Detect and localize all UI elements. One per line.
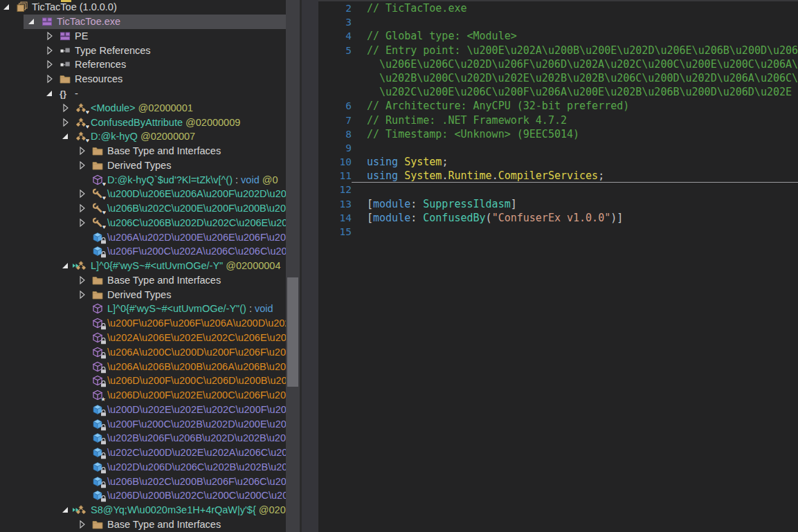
tree-node[interactable]: \u202C\u200D\u202E\u202A\u206C\u200F	[0, 446, 286, 460]
tree-node[interactable]: ♥<Module> @02000001	[0, 100, 286, 115]
tree-node[interactable]: S8@Yq;W\u0020m3e1H+4rQaW|y'${ @020	[0, 503, 286, 517]
expander-closed-icon[interactable]	[61, 102, 75, 113]
tree-node[interactable]: Type References	[0, 43, 286, 57]
line-number: 9	[318, 141, 352, 155]
private-lock-overlay	[100, 467, 107, 474]
text-segment: @020	[256, 504, 286, 515]
node-label: TicTacToe.exe	[57, 16, 120, 27]
tree-node[interactable]: \u206B\u202C\u200B\u206F\u206C\u200D	[0, 474, 286, 488]
private-lock-overlay	[100, 452, 107, 459]
tree-node[interactable]: \u202D\u206D\u206C\u202B\u202B\u200E	[0, 460, 286, 475]
text-segment: Derived Types	[107, 289, 171, 300]
tree-node[interactable]: \u200F\u206F\u206F\u206A\u200D\u202E	[0, 316, 286, 331]
expander-closed-icon[interactable]	[78, 275, 92, 286]
expander-closed-icon[interactable]	[78, 203, 92, 214]
tree-node[interactable]: \u206F\u200C\u202A\u206C\u206C\u200B	[0, 244, 286, 259]
tree-node[interactable]: \u202A\u206E\u202E\u202C\u206E\u200D	[0, 331, 286, 345]
tree-node[interactable]: ♥ConfusedByAttribute @02000009	[0, 115, 286, 129]
expander-closed-icon[interactable]	[78, 217, 92, 228]
expander-spacer	[78, 404, 92, 415]
node-label: \u206A\u200C\u200D\u200F\u206F\u200E	[107, 347, 286, 358]
tree-node[interactable]: Derived Types	[0, 158, 286, 172]
node-label: Base Type and Interfaces	[107, 145, 221, 156]
internal-heart-overlay: ♥	[86, 124, 89, 130]
code-segment: using	[367, 169, 398, 182]
scrollbar-thumb[interactable]	[287, 277, 298, 387]
text-segment: \u206A\u200C\u200D\u200F\u206F\u200E	[107, 347, 286, 358]
tree-node[interactable]: \u206D\u200F\u200C\u206D\u200B\u202B	[0, 374, 286, 388]
panel-splitter[interactable]	[302, 0, 318, 532]
node-label: \u202D\u206D\u206C\u202B\u202B\u200E	[107, 461, 286, 473]
tree-node[interactable]: {}-	[0, 86, 286, 101]
code-segment: SuppressIldasm	[423, 198, 510, 210]
expander-closed-icon[interactable]	[78, 519, 92, 530]
tree-node[interactable]: \u202B\u206F\u206B\u202D\u202B\u200C	[0, 431, 286, 446]
expander-closed-icon[interactable]	[45, 45, 60, 56]
text-segment: \u202B\u206F\u206B\u202D\u202B\u200C	[107, 432, 286, 443]
expander-closed-icon[interactable]	[45, 73, 60, 84]
tree-node[interactable]: ★\u206D\u200F\u202E\u200C\u206F\u202C	[0, 388, 286, 403]
tree-node[interactable]: \u200D\u202E\u202E\u202C\u200F\u206A	[0, 402, 286, 416]
private-lock-overlay	[100, 352, 107, 359]
node-label: L]^0{#'wyS~#<utUvmOGe/-Y"() : void	[107, 303, 273, 314]
text-segment: Base Type and Interfaces	[107, 145, 221, 156]
tree-node[interactable]: L]^0{#'wyS~#<utUvmOGe/-Y" @02000004	[0, 259, 286, 273]
tree-node[interactable]: ♥D:@k-hyQ`$ud'?Kl=tZk\v[^() : void @0	[0, 172, 286, 187]
tree-node[interactable]: PE	[0, 29, 286, 44]
node-label: \u200D\u202E\u202E\u202C\u200F\u206A	[107, 404, 286, 415]
expander-closed-icon[interactable]	[45, 30, 60, 42]
tree-node[interactable]: Base Type and Interfaces	[0, 273, 286, 288]
tree-node[interactable]: References	[0, 57, 286, 72]
expander-open-icon[interactable]	[27, 16, 42, 27]
field-icon	[92, 432, 107, 443]
tree-node[interactable]: Derived Types	[0, 287, 286, 302]
node-label: D:@k-hyQ`$ud'?Kl=tZk\v[^() : void @0	[107, 174, 278, 185]
expander-open-icon[interactable]	[2, 1, 17, 12]
expander-closed-icon[interactable]	[45, 59, 60, 70]
tree-node[interactable]: ♥\u200D\u206E\u206A\u200F\u202D\u202C	[0, 187, 286, 201]
expander-closed-icon[interactable]	[61, 117, 75, 128]
tree-node[interactable]: TicTacToe (1.0.0.0)	[0, 0, 286, 15]
node-label: \u206B\u202C\u200E\u200F\u200B\u206E	[107, 203, 286, 214]
expander-closed-icon[interactable]	[78, 188, 92, 199]
text-segment: @02000007	[138, 131, 195, 142]
node-label: References	[75, 59, 126, 70]
code-segment	[398, 169, 404, 182]
tree-node[interactable]: Resources	[0, 72, 286, 86]
expander-closed-icon[interactable]	[78, 145, 92, 156]
tree-node[interactable]: Base Type and Interfaces	[0, 144, 286, 158]
tree-node[interactable]: ♥\u206C\u206B\u202D\u202C\u206E\u202A	[0, 215, 286, 230]
tree-vertical-scrollbar[interactable]	[286, 0, 300, 532]
code-line: 4// Global type: <Module>	[318, 29, 798, 43]
code-segment: :	[410, 198, 423, 210]
tree-node[interactable]: ♥D:@k-hyQ @02000007	[0, 129, 286, 144]
code-segment: // TicTacToe.exe	[367, 2, 467, 15]
code-text: \u202B\u200C\u202D\u202E\u202B\u202B\u20…	[352, 71, 798, 85]
tree-node[interactable]: Base Type and Interfaces	[0, 517, 286, 532]
tree-node[interactable]: TicTacToe.exe	[0, 15, 286, 29]
class-icon	[75, 260, 91, 271]
tree-node[interactable]: L]^0{#'wyS~#<utUvmOGe/-Y"() : void	[0, 302, 286, 316]
field-icon	[92, 419, 107, 430]
tree-node[interactable]: \u206D\u200B\u202C\u200C\u200C\u202E	[0, 488, 286, 503]
expander-open-icon[interactable]	[45, 88, 60, 99]
tree-node[interactable]: ♥\u206B\u202C\u200E\u200F\u200B\u206E	[0, 201, 286, 216]
class-chevron-overlay	[73, 262, 79, 269]
tree-node[interactable]: \u200F\u200C\u202B\u202D\u200E\u206B	[0, 416, 286, 431]
tree-node[interactable]: \u206A\u200C\u200D\u200F\u206F\u200E	[0, 345, 286, 359]
code-line: 14[module: ConfusedBy("ConfuserEx v1.0.0…	[318, 211, 798, 225]
decompiled-code-view[interactable]: 2// TicTacToe.exe34// Global type: <Modu…	[318, 0, 798, 532]
tree-node[interactable]: \u206A\u202D\u200E\u206E\u206F\u202C	[0, 230, 286, 244]
expander-open-icon[interactable]	[61, 131, 75, 142]
text-segment: TicTacToe.exe	[57, 16, 120, 27]
node-label: Resources	[75, 73, 123, 84]
expander-closed-icon[interactable]	[78, 160, 92, 171]
dnspy-window: TicTacToe (1.0.0.0)TicTacToe.exePEType R…	[0, 0, 798, 532]
private-lock-overlay	[100, 237, 107, 244]
node-label: \u200F\u206F\u206F\u206A\u200D\u202E	[107, 318, 286, 329]
code-segment: System	[404, 156, 442, 168]
expander-closed-icon[interactable]	[78, 289, 92, 300]
code-segment: Runtime	[448, 169, 491, 182]
tree-node[interactable]: \u206A\u206B\u200B\u206A\u206B\u202D	[0, 359, 286, 374]
node-label: S8@Yq;W\u0020m3e1H+4rQaW|y'${ @020	[91, 504, 286, 515]
